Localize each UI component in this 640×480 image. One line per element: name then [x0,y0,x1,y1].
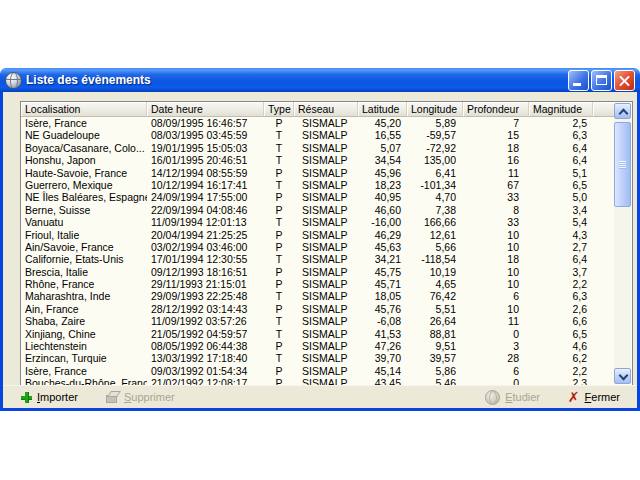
table-row[interactable]: Frioul, Italie20/04/1994 21:25:25PSISMAL… [21,229,615,241]
table-cell: 08/03/1995 03:45:59 [147,129,264,141]
scroll-up-button[interactable] [614,103,631,119]
table-cell: SISMALP [294,241,358,253]
scrollbar-thumb[interactable] [614,122,631,207]
table-cell: 5,46 [407,377,463,385]
table-cell: 8 [463,204,529,216]
maximize-button[interactable] [591,70,612,91]
table-cell: 17/01/1994 12:30:55 [147,253,264,265]
delete-button-label: Supprimer [124,391,175,403]
table-row[interactable]: Erzincan, Turquie13/03/1992 17:18:40TSIS… [21,352,615,364]
table-cell: SISMALP [294,266,358,278]
table-cell: Shaba, Zaire [21,315,147,327]
table-row[interactable]: Liechtenstein08/05/1992 06:44:38PSISMALP… [21,340,615,352]
table-cell: 76,42 [407,290,463,302]
table-cell: 29/09/1993 22:25:48 [147,290,264,302]
table-row[interactable]: Bouches-du-Rhône, France21/02/1992 12:08… [21,377,615,385]
table-cell: Californie, Etats-Unis [21,253,147,265]
table-cell: P [264,191,294,203]
table-cell: SISMALP [294,278,358,290]
table-cell: 6 [463,365,529,377]
app-globe-icon [5,72,22,89]
table-row[interactable]: Shaba, Zaire11/09/1992 03:57:26TSISMALP-… [21,315,615,327]
table-cell: SISMALP [294,167,358,179]
column-header-date-heure[interactable]: Date heure [147,102,264,117]
table-cell: -16,00 [358,216,407,228]
delete-button[interactable]: Supprimer [106,386,175,408]
table-cell: Erzincan, Turquie [21,352,147,364]
column-header-type[interactable]: Type [264,102,294,117]
delete-icon [106,391,119,403]
column-header-longitude[interactable]: Longitude [407,102,463,117]
table-cell: NE Guadeloupe [21,129,147,141]
table-cell: T [264,179,294,191]
scroll-down-button[interactable] [614,368,631,384]
table-cell: 6,4 [529,154,593,166]
column-header-localisation[interactable]: Localisation [21,102,147,117]
table-cell: 45,20 [358,117,407,129]
table-row[interactable]: Vanuatu11/09/1994 12:01:13TSISMALP-16,00… [21,216,615,228]
table-cell: 28 [463,352,529,364]
study-button-label: Etudier [505,391,540,403]
minimize-icon [573,83,581,86]
button-bar: Importer Supprimer Etudier ✗ Fermer [3,385,637,408]
table-row[interactable]: Maharashtra, Inde29/09/1993 22:25:48TSIS… [21,290,615,302]
table-cell: 4,65 [407,278,463,290]
minimize-button[interactable] [568,70,589,91]
table-cell: SISMALP [294,377,358,385]
table-cell: 5,66 [407,241,463,253]
table-row[interactable]: Isère, France08/09/1995 16:46:57PSISMALP… [21,117,615,129]
table-cell: 47,26 [358,340,407,352]
table-cell: 33 [463,216,529,228]
table-row[interactable]: Isère, France09/03/1992 01:54:34PSISMALP… [21,365,615,377]
table-row[interactable]: Haute-Savoie, France14/12/1994 08:55:59P… [21,167,615,179]
close-button[interactable] [614,70,635,91]
table-cell: 6,5 [529,328,593,340]
table-cell: SISMALP [294,340,358,352]
table-cell: NE Îles Baléares, Espagne [21,191,147,203]
table-cell: -6,08 [358,315,407,327]
study-button[interactable]: Etudier [485,386,540,408]
table-cell: SISMALP [294,179,358,191]
table-cell: P [264,377,294,385]
table-row[interactable]: Californie, Etats-Unis17/01/1994 12:30:5… [21,253,615,265]
table-cell: 09/12/1993 18:16:51 [147,266,264,278]
maximize-icon [596,75,607,85]
table-cell: Rhône, France [21,278,147,290]
column-header-r-seau[interactable]: Réseau [294,102,358,117]
table-row[interactable]: Ain/Savoie, France03/02/1994 03:46:00PSI… [21,241,615,253]
table-cell: 6,4 [529,253,593,265]
table-cell: 5,1 [529,167,593,179]
table-cell: Isère, France [21,365,147,377]
table-cell: 2,7 [529,241,593,253]
table-row[interactable]: Rhône, France29/11/1993 21:15:01PSISMALP… [21,278,615,290]
chevron-down-icon [619,371,629,381]
table-cell: T [264,129,294,141]
table-cell: 14/12/1994 08:55:59 [147,167,264,179]
table-cell: Ain, France [21,303,147,315]
table-cell: SISMALP [294,129,358,141]
table-row[interactable]: Boyaca/Casanare, Colo...19/01/1995 15:05… [21,142,615,154]
window-body: LocalisationDate heureTypeRéseauLatitude… [0,92,640,411]
column-header-magnitude[interactable]: Magnitude [529,102,593,117]
table-cell: Vanuatu [21,216,147,228]
table-cell: 46,29 [358,229,407,241]
table-row[interactable]: Guerrero, Mexique10/12/1994 16:17:41TSIS… [21,179,615,191]
table-row[interactable]: Xinjiang, Chine21/05/1992 04:59:57TSISMA… [21,328,615,340]
table-row[interactable]: Honshu, Japon16/01/1995 20:46:51TSISMALP… [21,154,615,166]
table-row[interactable]: Berne, Suisse22/09/1994 04:08:46PSISMALP… [21,204,615,216]
import-button[interactable]: Importer [21,386,78,408]
table-row[interactable]: Brescia, Italie09/12/1993 18:16:51PSISMA… [21,266,615,278]
table-row[interactable]: NE Guadeloupe08/03/1995 03:45:59TSISMALP… [21,129,615,141]
table-cell: P [264,365,294,377]
column-header-latitude[interactable]: Latitude [358,102,407,117]
table-cell: 7,38 [407,204,463,216]
table-row[interactable]: NE Îles Baléares, Espagne24/09/1994 17:5… [21,191,615,203]
table-row[interactable]: Ain, France28/12/1992 03:14:43PSISMALP45… [21,303,615,315]
vertical-scrollbar[interactable] [614,103,631,384]
close-window-button[interactable]: ✗ Fermer [568,386,620,408]
table-cell: 40,95 [358,191,407,203]
table-cell: -101,34 [407,179,463,191]
column-header-profondeur[interactable]: Profondeur [463,102,529,117]
table-cell: 6,3 [529,290,593,302]
table-cell: Bouches-du-Rhône, France [21,377,147,385]
